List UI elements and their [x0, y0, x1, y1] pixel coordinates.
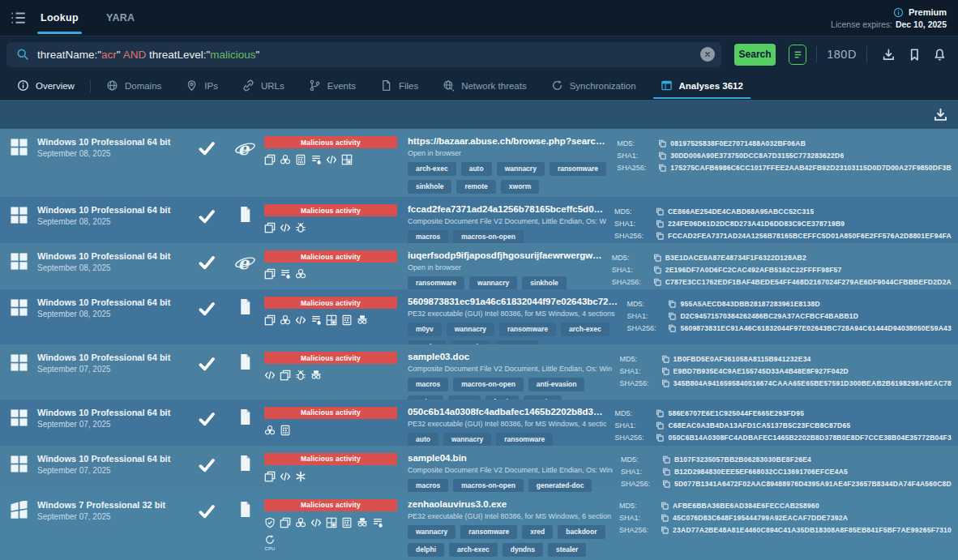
tag-chip[interactable]: macros [408, 479, 448, 493]
analysis-row[interactable]: Windows 10 Professional 64 bit September… [0, 446, 958, 492]
analysis-title[interactable]: iuqerfsodp9ifjaposdfjhgosurijfaewrwergwe… [408, 250, 604, 261]
tag-chip[interactable]: anti-evasion [528, 378, 585, 391]
tab-lookup[interactable]: Lookup [37, 0, 82, 36]
copy-icon[interactable] [660, 501, 669, 511]
result-tab-events[interactable]: Events [297, 72, 368, 99]
analysis-title[interactable]: sample04.bin [408, 453, 613, 464]
copy-icon[interactable] [661, 366, 670, 376]
analysis-title[interactable]: fccad2fea7371ad24a1256b78165bceffc5d01a8… [408, 204, 606, 215]
tag-chip[interactable]: wannacry [443, 433, 491, 447]
analysis-title[interactable]: 050c6b14a0308fc4adbafec1465b2202b8d378b0… [408, 407, 606, 417]
period-selector[interactable]: 180D [827, 48, 857, 61]
tag-chip[interactable]: macros [408, 378, 448, 391]
copy-icon[interactable] [660, 513, 669, 523]
copy-icon[interactable] [661, 467, 671, 477]
copy-icon[interactable] [661, 378, 670, 388]
tag-chip[interactable]: backdoor [558, 525, 605, 539]
copy-icon[interactable] [652, 265, 662, 275]
analysis-row[interactable]: Windows 10 Professional 64 bit September… [0, 400, 958, 446]
analysis-title[interactable]: 5609873831ec91a46c61832044f97e02643bc728… [408, 297, 618, 307]
tag-chip[interactable]: macros-on-open [453, 479, 524, 493]
tag-chip[interactable]: wannacry [447, 323, 494, 336]
analysis-title[interactable]: sample03.doc [408, 352, 612, 362]
bell-icon[interactable] [933, 47, 947, 62]
copy-icon[interactable] [660, 525, 669, 535]
copy-icon[interactable] [667, 299, 677, 309]
tag-chip[interactable]: auto [408, 433, 438, 447]
tag-chip[interactable]: remote [456, 180, 495, 194]
tag-chip[interactable]: dyndns [503, 543, 543, 557]
tag-chip[interactable]: wannacry [408, 525, 455, 539]
copy-icon[interactable] [655, 231, 665, 241]
copy-icon[interactable] [661, 354, 670, 364]
copy-icon[interactable] [657, 139, 667, 148]
analysis-row[interactable]: Windows 7 Professional 32 bit September … [0, 492, 958, 560]
copy-icon[interactable] [652, 253, 662, 263]
analysis-row[interactable]: Windows 10 Professional 64 bit September… [0, 197, 958, 243]
copy-icon[interactable] [655, 433, 665, 442]
result-tab-synchronization[interactable]: Synchronization [539, 72, 648, 99]
menu-list-icon[interactable] [10, 10, 26, 26]
tag-chip[interactable]: auto [461, 162, 492, 176]
tab-yara[interactable]: YARA [103, 0, 138, 36]
tag-chip[interactable]: ransomware [499, 323, 556, 336]
search-button[interactable]: Search [734, 44, 776, 66]
info-icon[interactable] [893, 7, 904, 18]
info-icon [17, 79, 29, 92]
result-tab-domains[interactable]: Domains [94, 72, 173, 99]
result-tab-overview[interactable]: Overview [5, 72, 87, 99]
analysis-title[interactable]: zenhaolauvirus3.0.exe [408, 499, 611, 510]
netglobe-icon [443, 79, 455, 92]
tag-chip[interactable]: arch-exec [561, 323, 609, 336]
tag-chip[interactable]: sinkhole [408, 180, 451, 194]
tag-chip[interactable]: wannacry [497, 162, 545, 176]
tag-chip[interactable]: arch-exec [408, 162, 456, 176]
copy-icon[interactable] [661, 479, 671, 489]
clear-search-button[interactable] [700, 47, 715, 62]
result-tab-files[interactable]: Files [368, 72, 430, 99]
result-tab-analyses-3612[interactable]: Analyses 3612 [648, 72, 755, 99]
download-icon[interactable] [882, 47, 896, 62]
copy-icon[interactable] [655, 219, 665, 229]
result-tab-ips[interactable]: IPs [173, 72, 230, 99]
result-tab-network-threats[interactable]: Network threats [430, 72, 539, 99]
analysis-row[interactable]: Windows 10 Professional 64 bit September… [0, 344, 958, 400]
query-history-button[interactable] [789, 45, 806, 65]
tag-chip[interactable]: ransomware [550, 162, 606, 176]
copy-icon[interactable] [655, 207, 665, 216]
copy-icon[interactable] [655, 408, 665, 418]
copy-icon[interactable] [667, 311, 677, 321]
tag-chip[interactable]: ransomware [408, 276, 464, 290]
analysis-row[interactable]: Windows 10 Professional 64 bit September… [0, 289, 958, 344]
cpu-icon: CPU [264, 534, 276, 551]
copy-icon[interactable] [657, 151, 667, 160]
tag-chip[interactable]: arch-exec [449, 543, 498, 557]
tag-chip[interactable]: macros-on-open [453, 230, 524, 244]
search-input[interactable]: threatName:"acr" AND threatLevel:"malici… [6, 42, 721, 67]
analysis-row[interactable]: Windows 10 Professional 64 bit September… [0, 129, 958, 197]
tag-chip[interactable]: macros-on-open [453, 378, 524, 391]
result-tab-urls[interactable]: URLs [230, 72, 297, 99]
bookmark-icon[interactable] [908, 47, 922, 62]
copy-icon[interactable] [657, 163, 667, 173]
tag-chip[interactable]: generated-doc [528, 479, 592, 493]
tag-chip[interactable]: ransomware [460, 525, 517, 539]
tag-chip[interactable]: ransomware [496, 433, 553, 447]
tag-chip[interactable]: m0yv [408, 323, 442, 336]
copy-icon[interactable] [667, 323, 677, 333]
query-part: " [117, 49, 123, 61]
windows10-logo-icon [10, 138, 28, 156]
copy-icon[interactable] [655, 421, 665, 430]
tag-chip[interactable]: macros [408, 230, 448, 244]
tag-chip[interactable]: delphi [408, 543, 444, 557]
copy-icon[interactable] [661, 455, 671, 464]
analysis-title[interactable]: https://bazaar.abuse.ch/browse.php?searc… [408, 136, 609, 147]
copy-icon[interactable] [652, 277, 662, 287]
tag-chip[interactable]: xworm [501, 180, 539, 194]
tag-chip[interactable]: stealer [548, 543, 586, 557]
export-download-icon[interactable] [933, 107, 948, 122]
tag-chip[interactable]: xred [522, 525, 553, 539]
analysis-row[interactable]: Windows 10 Professional 64 bit September… [0, 243, 958, 289]
tag-chip[interactable]: sinkhole [522, 276, 566, 290]
tag-chip[interactable]: wannacry [469, 276, 517, 290]
